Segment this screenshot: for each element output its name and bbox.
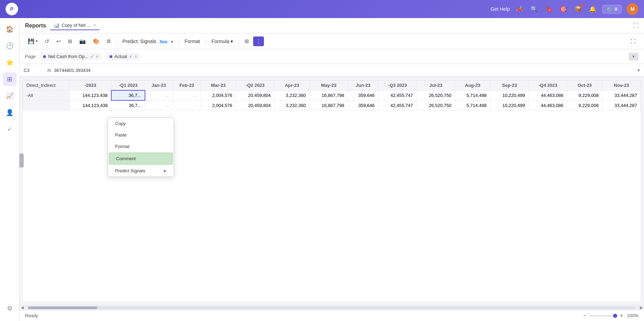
megaphone-icon[interactable]: 📣 [515,4,524,14]
cell-all-feb[interactable]: ... [173,90,201,100]
bell-icon[interactable]: 🔔 [588,4,597,14]
top-navbar: P Get Help 📣 🔍 🔖 🎯 📦 🔔 ⚙️ 🖥 M [0,0,644,18]
col-header-may: May-23 [309,81,348,91]
format-button[interactable]: Format [182,37,203,46]
formula-label: Formula [211,39,229,44]
cell-2-apr[interactable]: 3,232,360 [274,100,309,110]
sidebar-item-clock[interactable]: 🕐 [3,39,17,53]
search-icon[interactable]: 🔍 [529,4,539,14]
sidebar-item-star[interactable]: ⭐ [3,56,17,69]
sidebar-item-home[interactable]: 🏠 [3,22,17,36]
cell-all-q3[interactable]: 42,455,747 [378,90,417,100]
cell-2-q4[interactable]: 44,463,086 [529,100,567,110]
sidebar-item-chart[interactable]: 📈 [3,89,17,103]
formula-expand-button[interactable]: ▾ [637,67,640,73]
scroll-track[interactable] [28,306,636,309]
cell-2-jun[interactable]: 359,646 [348,100,378,110]
table-row: -All 144,123,438 36,7... ... ... 2,004,5… [23,90,641,100]
cell-all-q2[interactable]: 20,459,804 [236,90,274,100]
cell-2-mar[interactable]: 2,004,576 [201,100,236,110]
zoom-plus-button[interactable]: + [620,313,623,319]
cell-all-may[interactable]: 16,867,798 [309,90,348,100]
grid-view-icon: ⊞ [244,38,249,44]
filter-pill-1[interactable]: Net Cash from Op... ✓ × [40,53,102,60]
context-menu-paste[interactable]: Paste [108,129,174,141]
get-help-link[interactable]: Get Help [491,6,510,12]
cell-all-mar[interactable]: 2,004,576 [201,90,236,100]
sidebar-item-settings[interactable]: ⚙ [3,302,17,315]
cell-2-feb[interactable]: ... [173,100,201,110]
filter-pill-2[interactable]: Actual ✓ × [106,53,140,60]
filter-close-1[interactable]: × [96,54,98,59]
fullscreen-button[interactable]: ⛶ [628,36,638,46]
cell-2-q3[interactable]: 42,455,747 [378,100,417,110]
cell-2-sep[interactable]: 10,220,499 [490,100,529,110]
cell-all-aug[interactable]: 5,714,498 [455,90,490,100]
predict-signals-button[interactable]: Predict: Signals New ▾ [120,37,176,46]
col-header-jun: Jun-23 [348,81,378,91]
widget-button[interactable]: ⚙️ 🖥 [602,5,622,14]
sidebar-item-person[interactable]: 👤 [3,106,17,120]
cell-2-jan[interactable]: ... [145,100,173,110]
cell-2-2023[interactable]: 144,123,438 [70,100,111,110]
report-tab[interactable]: 📊 Copy of Net ... × [50,21,99,30]
cell-all-q4[interactable]: 44,463,086 [529,90,567,100]
filter-dot-1 [43,55,46,58]
filter-button[interactable]: ⚙ [104,36,114,46]
context-menu-format[interactable]: Format [108,141,174,152]
cell-all-q1[interactable]: 36,7... [111,90,145,100]
cell-all-jan[interactable]: ... [145,90,173,100]
paint-button[interactable]: 🎨 [90,36,102,46]
collapse-button[interactable]: ▾ [629,53,638,60]
refresh-button[interactable]: ↺ [42,36,52,46]
cell-2-q1[interactable]: 36,7... [111,100,145,110]
context-menu-comment[interactable]: Comment [109,153,173,165]
cell-all-jun[interactable]: 359,646 [348,90,378,100]
scroll-left-arrow[interactable]: ◀ [19,305,25,310]
grid-button[interactable]: ⊞ [65,36,75,46]
bookmark-icon[interactable]: 🔖 [544,4,554,14]
save-button[interactable]: 💾 ▾ [25,36,41,46]
context-menu-copy[interactable]: Copy [108,118,174,129]
target-icon[interactable]: 🎯 [558,4,568,14]
tab-close-button[interactable]: × [94,23,96,28]
box-icon[interactable]: 📦 [573,4,583,14]
zoom-slider[interactable] [589,315,617,316]
filter-close-2[interactable]: × [135,54,137,59]
cell-2-jul[interactable]: 26,520,750 [417,100,455,110]
avatar[interactable]: M [627,3,638,15]
cell-all-nov[interactable]: 33,444,287 [602,90,641,100]
cell-all-jul[interactable]: 26,520,750 [417,90,455,100]
spreadsheet-table: Direct_Indirect -2023 -Q1 2023 Jan-23 Fe… [23,80,641,110]
sidebar-item-grid[interactable]: ⊞ [3,72,17,86]
scroll-thumb[interactable] [28,306,97,309]
horizontal-scrollbar[interactable]: ◀ ▶ [19,305,644,310]
top-nav-right: Get Help 📣 🔍 🔖 🎯 📦 🔔 ⚙️ 🖥 M [491,3,638,15]
scroll-right-arrow[interactable]: ▶ [638,305,644,310]
sidebar-item-check[interactable]: ✓ [3,122,17,136]
cell-all-apr[interactable]: 3,232,360 [274,90,309,100]
col-header-q2: -Q2 2023 [236,81,274,91]
sidebar-collapse-handle[interactable]: › [19,154,24,167]
zoom-minus-button[interactable]: − [583,313,586,319]
col-header-oct: Oct-23 [567,81,602,91]
camera-button[interactable]: 📷 [77,36,89,46]
cell-all-2023[interactable]: 144,123,438 [70,90,111,100]
cell-2-may[interactable]: 16,867,798 [309,100,348,110]
cell-2-q2[interactable]: 20,459,804 [236,100,274,110]
undo-button[interactable]: ↩ [54,36,64,46]
cell-all-sep[interactable]: 10,220,499 [490,90,529,100]
context-menu-predict-signals[interactable]: Predict Signals ▶ [108,165,174,176]
filter-check-1: ✓ [90,54,94,59]
more-button[interactable]: ⋮ [253,36,264,46]
cell-2-oct[interactable]: 9,229,008 [567,100,602,110]
col-header-feb: Feb-23 [173,81,201,91]
cell-all-oct[interactable]: 9,229,008 [567,90,602,100]
expand-icon[interactable]: ⛶ [633,23,638,29]
cell-reference: C3 [24,68,45,73]
cell-2-nov[interactable]: 33,444,287 [602,100,641,110]
formula-button[interactable]: Formula ▾ [209,37,236,46]
reports-header: Reports 📊 Copy of Net ... × ⛶ [19,18,644,33]
cell-2-aug[interactable]: 5,714,498 [455,100,490,110]
grid-view-button[interactable]: ⊞ [242,36,252,46]
